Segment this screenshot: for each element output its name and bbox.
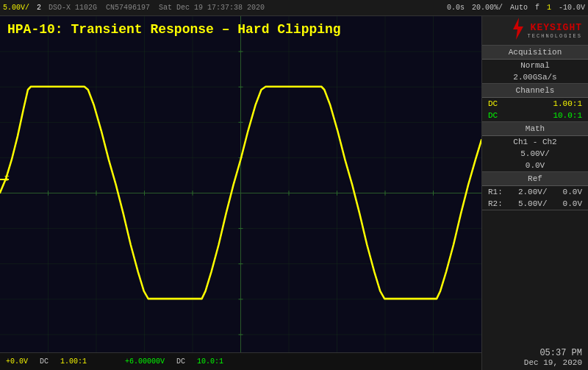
r1-label: R1: <box>488 188 503 196</box>
ref-section: Ref R1: 2.00V/ 0.0V R2: 5.00V/ 0.0V <box>482 172 588 210</box>
r2-val1: 5.00V/ <box>518 199 548 208</box>
ch1-indicator: 1 <box>547 4 551 12</box>
top-status-bar: 5.00V/ 2 DSO-X 1102G CN57496197 Sat Dec … <box>0 0 588 16</box>
ch1-offset-label: +0.0V <box>6 357 28 366</box>
ch2-ratio: 10.0:1 <box>553 111 582 120</box>
f-label: f <box>535 4 539 12</box>
r1-row: R1: 2.00V/ 0.0V <box>482 186 588 198</box>
keysight-logo-icon <box>510 18 525 43</box>
acq-mode: Normal <box>482 60 588 71</box>
acquisition-section: Acquisition Normal 2.00GSa/s <box>482 46 588 84</box>
main-area: HPA-10: Transient Response – Hard Clippi… <box>0 16 588 370</box>
channels-header: Channels <box>482 84 588 98</box>
math-scale: 5.00V/ <box>482 148 588 160</box>
clock-date: Dec 19, 2020 <box>488 358 582 367</box>
model-serial: DSO-X 1102G CN57496197 Sat Dec 19 17:37:… <box>49 4 447 12</box>
svg-marker-37 <box>513 18 523 40</box>
chart-title: HPA-10: Transient Response – Hard Clippi… <box>7 22 341 37</box>
keysight-logo: KEYSIGHT TECHNOLOGIES <box>482 16 588 46</box>
ch1-scale: 5.00V/ <box>3 4 29 12</box>
clock-time: 05:37 PM <box>488 348 582 358</box>
right-panel: KEYSIGHT TECHNOLOGIES Acquisition Normal… <box>482 16 588 370</box>
math-section: Math Ch1 - Ch2 5.00V/ 0.0V <box>482 122 588 172</box>
trigger-mode: Auto <box>510 4 528 12</box>
waveform-display <box>0 16 481 370</box>
time-scale: 20.00%/ <box>472 4 503 12</box>
ch1-row: DC 1.00:1 <box>482 98 588 110</box>
math-formula: Ch1 - Ch2 <box>482 136 588 148</box>
r1-val1: 2.00V/ <box>518 188 548 196</box>
r2-label: R2: <box>488 199 503 208</box>
channels-section: Channels DC 1.00:1 DC 10.0:1 <box>482 84 588 122</box>
time-date-display: 05:37 PM Dec 19, 2020 <box>482 345 588 370</box>
trigger-marker: T <box>4 174 10 183</box>
screen-bottom-bar: +0.0V DC 1.00:1 +6.00000V DC 10.0:1 <box>0 352 481 370</box>
ref-header: Ref <box>482 172 588 186</box>
ch2-coupling: DC <box>176 357 185 366</box>
ch2-scale-bottom: 10.0:1 <box>197 357 223 366</box>
brand-sub: TECHNOLOGIES <box>528 33 582 39</box>
math-header: Math <box>482 122 588 136</box>
ch2-row: DC 10.0:1 <box>482 110 588 121</box>
acq-rate: 2.00GSa/s <box>482 71 588 83</box>
r2-val2: 0.0V <box>563 199 582 208</box>
ch2-offset-label: +6.00000V <box>125 357 165 366</box>
r2-row: R2: 5.00V/ 0.0V <box>482 198 588 210</box>
math-offset: 0.0V <box>482 160 588 171</box>
r1-val2: 0.0V <box>563 188 582 196</box>
time-position: 0.0s <box>447 4 465 12</box>
ch1-coupling-label: DC <box>488 99 498 108</box>
keysight-logo-text: KEYSIGHT TECHNOLOGIES <box>528 22 582 39</box>
ch1-trigger-val: -10.0V <box>559 4 585 12</box>
ch1-ratio: 1.00:1 <box>553 99 582 108</box>
ch2-coupling-label: DC <box>488 111 498 120</box>
ch1-scale-bottom: 1.00:1 <box>60 357 87 366</box>
ch2-num: 2 <box>37 4 41 12</box>
brand-name: KEYSIGHT <box>528 22 582 33</box>
acquisition-header: Acquisition <box>482 46 588 60</box>
oscilloscope-screen: HPA-10: Transient Response – Hard Clippi… <box>0 16 482 370</box>
ch1-coupling: DC <box>40 357 49 366</box>
